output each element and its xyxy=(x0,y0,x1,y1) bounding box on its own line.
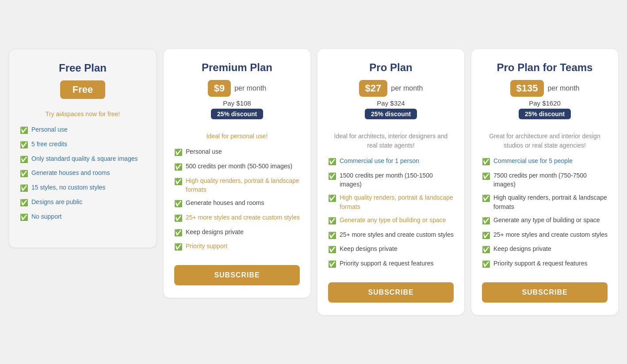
feature-text: Priority support xyxy=(186,242,227,250)
feature-text: Keep designs private xyxy=(340,244,398,253)
tagline-premium: Ideal for personal use! xyxy=(174,132,300,141)
check-icon: ✅ xyxy=(328,259,336,269)
check-icon: ✅ xyxy=(174,162,183,172)
check-icon: ✅ xyxy=(174,228,183,238)
check-icon: ✅ xyxy=(20,155,28,164)
check-icon: ✅ xyxy=(328,231,336,240)
feature-text: Personal use xyxy=(31,125,68,134)
check-icon: ✅ xyxy=(174,148,183,157)
check-icon: ✅ xyxy=(328,193,336,203)
check-icon: ✅ xyxy=(174,242,183,252)
feature-item: ✅ Personal use xyxy=(20,125,145,135)
subscribe-button-pro-teams[interactable]: SUBSCRIBE xyxy=(482,282,608,303)
feature-item: ✅ Keep designs private xyxy=(482,244,608,254)
subscribe-button-pro[interactable]: SUBSCRIBE xyxy=(328,282,454,303)
free-badge: Free xyxy=(60,80,105,99)
plan-title-free: Free Plan xyxy=(20,62,145,74)
check-icon: ✅ xyxy=(174,213,183,223)
feature-item: ✅ High quality renders, portrait & lands… xyxy=(328,193,454,211)
plans-container: Free PlanFreeTry ai4spaces now for free!… xyxy=(9,49,618,315)
feature-text: Designs are public xyxy=(31,197,82,206)
feature-text: 25+ more styles and create custom styles xyxy=(186,213,300,222)
feature-text: 25+ more styles and create custom styles xyxy=(493,230,608,239)
check-icon: ✅ xyxy=(20,125,28,135)
feature-item: ✅ Generate any type of building or space xyxy=(482,216,608,226)
feature-text: Commercial use for 5 people xyxy=(493,156,573,165)
tagline-pro-teams: Great for architecture and interior desi… xyxy=(482,132,608,150)
feature-text: Priority support & request features xyxy=(340,259,433,268)
feature-text: No support xyxy=(31,212,61,221)
feature-item: ✅ Keep designs private xyxy=(328,244,454,254)
feature-text: High quality renders, portrait & landsca… xyxy=(340,193,454,211)
plan-title-premium: Premium Plan xyxy=(174,61,300,74)
check-icon: ✅ xyxy=(482,171,490,181)
feature-item: ✅ High quality renders, portrait & lands… xyxy=(482,193,608,211)
plan-title-pro: Pro Plan xyxy=(328,61,454,74)
feature-text: Priority support & request features xyxy=(493,259,587,268)
feature-text: 5 free credits xyxy=(31,140,67,148)
feature-item: ✅ 25+ more styles and create custom styl… xyxy=(328,230,454,240)
feature-item: ✅ Commercial use for 5 people xyxy=(482,156,608,167)
feature-item: ✅ Only standard quality & square images xyxy=(20,154,145,164)
discount-badge-pro: 25% discount xyxy=(365,109,417,119)
feature-text: High quality renders, portrait & landsca… xyxy=(493,193,608,211)
feature-list-free: ✅ Personal use ✅ 5 free credits ✅ Only s… xyxy=(20,125,145,226)
feature-item: ✅ Keep designs private xyxy=(174,228,300,238)
per-month-pro: per month xyxy=(391,84,423,92)
check-icon: ✅ xyxy=(20,212,28,222)
feature-text: 15 styles, no custom styles xyxy=(31,183,105,192)
per-month-premium: per month xyxy=(234,84,266,92)
feature-item: ✅ Designs are public xyxy=(20,197,145,208)
plan-card-pro-teams: Pro Plan for Teams $135 per month Pay $1… xyxy=(471,49,618,315)
check-icon: ✅ xyxy=(20,198,28,208)
feature-list-pro: ✅ Commercial use for 1 person ✅ 1500 cre… xyxy=(328,156,454,273)
discount-badge-pro-teams: 25% discount xyxy=(519,109,571,119)
check-icon: ✅ xyxy=(482,259,490,269)
feature-item: ✅ Personal use xyxy=(174,147,300,157)
check-icon: ✅ xyxy=(482,245,490,254)
check-icon: ✅ xyxy=(328,216,336,226)
feature-item: ✅ Generate houses and rooms xyxy=(20,168,145,178)
feature-text: Commercial use for 1 person xyxy=(340,156,419,165)
feature-text: Personal use xyxy=(186,147,222,156)
feature-item: ✅ Commercial use for 1 person xyxy=(328,156,454,167)
feature-text: High quality renders, portrait & landsca… xyxy=(186,176,300,194)
check-icon: ✅ xyxy=(482,157,490,167)
feature-list-pro-teams: ✅ Commercial use for 5 people ✅ 7500 cre… xyxy=(482,156,608,273)
feature-item: ✅ Priority support & request features xyxy=(482,259,608,269)
plan-card-free: Free PlanFreeTry ai4spaces now for free!… xyxy=(9,49,157,248)
check-icon: ✅ xyxy=(482,216,490,226)
price-row-premium: $9 per month xyxy=(174,80,300,97)
check-icon: ✅ xyxy=(482,193,490,203)
feature-text: Only standard quality & square images xyxy=(31,154,138,163)
check-icon: ✅ xyxy=(174,177,183,186)
tagline-pro: Ideal for architects, interior designers… xyxy=(328,132,454,150)
feature-text: Keep designs private xyxy=(493,244,551,253)
feature-item: ✅ 5 free credits xyxy=(20,140,145,150)
price-badge-pro: $27 xyxy=(359,80,388,97)
feature-item: ✅ 7500 credits per month (750-7500 image… xyxy=(482,171,608,189)
feature-text: 1500 credits per month (150-1500 images) xyxy=(340,171,454,189)
feature-item: ✅ High quality renders, portrait & lands… xyxy=(174,176,300,194)
feature-text: 7500 credits per month (750-7500 images) xyxy=(493,171,608,189)
feature-item: ✅ Priority support xyxy=(174,242,300,252)
check-icon: ✅ xyxy=(20,169,28,178)
per-month-pro-teams: per month xyxy=(547,84,579,92)
feature-item: ✅ Generate houses and rooms xyxy=(174,198,300,209)
feature-item: ✅ 15 styles, no custom styles xyxy=(20,183,145,193)
feature-item: ✅ 25+ more styles and create custom styl… xyxy=(482,230,608,240)
pay-row-pro-teams: Pay $1620 xyxy=(482,99,608,107)
feature-text: 500 credits per month (50-500 images) xyxy=(186,162,292,171)
feature-item: ✅ 1500 credits per month (150-1500 image… xyxy=(328,171,454,189)
feature-text: Generate houses and rooms xyxy=(186,198,264,207)
price-badge-pro-teams: $135 xyxy=(510,80,544,97)
price-badge-premium: $9 xyxy=(208,80,231,97)
feature-text: 25+ more styles and create custom styles xyxy=(340,230,454,239)
check-icon: ✅ xyxy=(328,157,336,167)
feature-text: Generate any type of building or space xyxy=(493,216,600,224)
subscribe-button-premium[interactable]: SUBSCRIBE xyxy=(174,265,300,285)
feature-item: ✅ Generate any type of building or space xyxy=(328,216,454,226)
check-icon: ✅ xyxy=(482,231,490,240)
discount-badge-premium: 25% discount xyxy=(211,109,263,119)
pay-row-premium: Pay $108 xyxy=(174,99,300,107)
